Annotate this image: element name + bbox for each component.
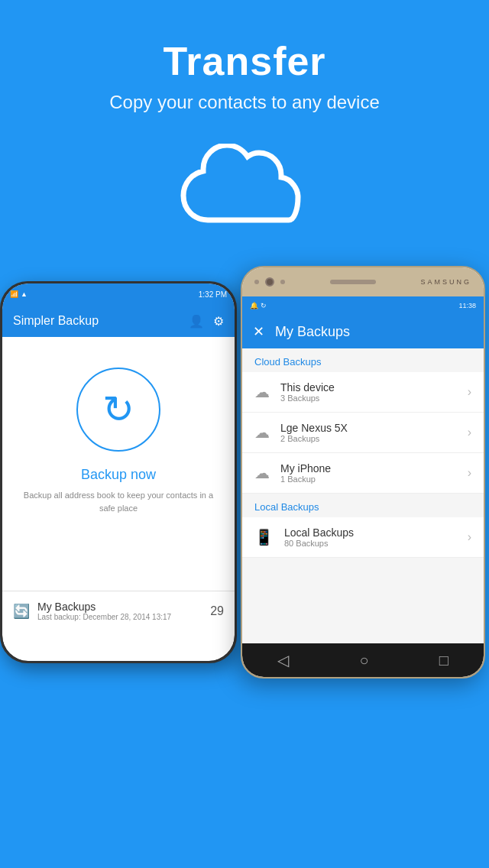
sensor-dot	[254, 280, 259, 284]
cloud-iphone-icon: ☁	[254, 464, 270, 482]
android-phone: 📶 ▲ 1:32 PM Simpler Backup 👤 ⚙ ↻ Backup …	[0, 281, 237, 663]
app-bar-right: ✕ My Backups	[242, 315, 484, 348]
time-right: 11:38	[458, 302, 476, 309]
device-sub-0: 3 Backups	[280, 394, 335, 403]
home-button[interactable]: ○	[359, 652, 368, 669]
backup-now-label[interactable]: Backup now	[81, 467, 156, 483]
samsung-bottom-hardware	[242, 677, 484, 679]
wifi-icon: ▲	[21, 290, 28, 298]
local-name-0: Local Backups	[284, 526, 354, 539]
chevron-right-icon-2: ›	[468, 466, 471, 480]
status-bar-left: 📶 ▲ 1:32 PM	[2, 283, 235, 305]
last-backup-info: Last backup: December 28, 2014 13:17	[37, 613, 171, 621]
phone-local-icon: 📱	[254, 528, 274, 546]
speaker	[330, 280, 376, 284]
app-title-right: My Backups	[275, 324, 350, 340]
phones-illustration: 📶 ▲ 1:32 PM Simpler Backup 👤 ⚙ ↻ Backup …	[0, 266, 489, 694]
time-left: 1:32 PM	[199, 290, 227, 299]
back-button[interactable]: ◁	[277, 651, 289, 669]
device-name-2: My iPhone	[280, 462, 331, 474]
sync-icon: 🔄	[13, 603, 30, 620]
app-bar-left: Simpler Backup 👤 ⚙	[2, 305, 235, 337]
samsung-brand: SAMSUNG	[420, 278, 471, 286]
backup-description: Backup all address book to keep your con…	[18, 489, 219, 514]
chevron-right-icon: ›	[468, 385, 471, 399]
chevron-right-icon-3: ›	[468, 530, 471, 544]
cloud-device-icon: ☁	[254, 383, 270, 401]
local-sub-0: 80 Backups	[284, 539, 354, 548]
cloud-backups-header: Cloud Backups	[242, 348, 484, 372]
sync-status-icon: ↻	[261, 302, 267, 309]
chevron-right-icon-1: ›	[468, 426, 471, 439]
app-title-left: Simpler Backup	[13, 314, 99, 328]
backup-refresh-icon: ↻	[102, 387, 134, 432]
left-phone-bottom-bar: 🔄 My Backups Last backup: December 28, 2…	[2, 591, 235, 630]
front-camera	[265, 277, 274, 287]
backup-item-iphone[interactable]: ☁ My iPhone 1 Backup ›	[242, 453, 484, 494]
device-name-0: This device	[280, 381, 335, 394]
close-button[interactable]: ✕	[253, 323, 264, 340]
samsung-top-hardware: SAMSUNG	[242, 267, 484, 296]
page-subtitle: Copy your contacts to any device	[15, 92, 474, 113]
header-section: Transfer Copy your contacts to any devic…	[0, 0, 489, 128]
samsung-phone: SAMSUNG 🔔 ↻ 11:38 ✕ My Backups Cloud Bac…	[241, 266, 485, 679]
backup-item-local[interactable]: 📱 Local Backups 80 Backups ›	[242, 517, 484, 558]
status-bar-right: 🔔 ↻ 11:38	[242, 296, 484, 315]
local-backups-header: Local Backups	[242, 494, 484, 517]
device-sub-1: 2 Backups	[280, 434, 348, 443]
my-backups-label[interactable]: My Backups	[37, 601, 171, 613]
device-name-1: Lge Nexus 5X	[280, 422, 348, 434]
cloud-nexus-icon: ☁	[254, 423, 270, 442]
backup-item-this-device[interactable]: ☁ This device 3 Backups ›	[242, 372, 484, 413]
signal-icon: 📶	[10, 290, 18, 298]
person-icon[interactable]: 👤	[189, 314, 204, 329]
cloud-icon	[168, 144, 321, 243]
notification-icon: 🔔	[250, 302, 258, 309]
sensor-dot2	[280, 280, 285, 284]
page-title: Transfer	[15, 38, 474, 84]
cloud-illustration	[0, 128, 489, 266]
left-phone-content: ↻ Backup now Backup all address book to …	[2, 337, 235, 530]
backup-circle-button[interactable]: ↻	[76, 368, 160, 452]
backups-list: Cloud Backups ☁ This device 3 Backups › …	[242, 348, 484, 558]
backup-item-nexus[interactable]: ☁ Lge Nexus 5X 2 Backups ›	[242, 413, 484, 453]
settings-icon[interactable]: ⚙	[213, 314, 224, 329]
recents-button[interactable]: □	[439, 652, 449, 669]
device-sub-2: 1 Backup	[280, 474, 331, 484]
navigation-bar: ◁ ○ □	[242, 643, 484, 677]
backup-count: 29	[210, 604, 224, 618]
